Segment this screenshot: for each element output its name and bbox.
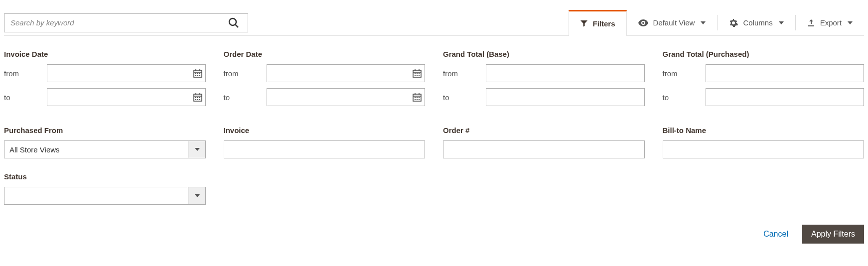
- bill-to-name-input[interactable]: [663, 140, 865, 158]
- cancel-button[interactable]: Cancel: [763, 230, 788, 239]
- default-view-label: Default View: [653, 18, 695, 27]
- export-icon: [807, 19, 815, 27]
- filter-purchased-from: Purchased From All Store Views: [4, 126, 206, 158]
- filter-title: Grand Total (Purchased): [663, 50, 865, 58]
- caret-down-icon: [195, 194, 200, 197]
- svg-rect-37: [415, 97, 416, 98]
- grand-total-purchased-to-input[interactable]: [706, 88, 865, 106]
- svg-rect-20: [195, 99, 196, 100]
- calendar-icon[interactable]: [193, 68, 203, 78]
- svg-rect-21: [197, 99, 198, 100]
- search-box: [4, 13, 248, 32]
- svg-rect-31: [417, 75, 418, 76]
- filter-title: Bill-to Name: [663, 126, 865, 134]
- svg-point-0: [229, 18, 236, 25]
- svg-rect-40: [415, 99, 416, 100]
- filter-actions: Cancel Apply Filters: [4, 225, 864, 244]
- to-label: to: [224, 93, 267, 102]
- order-date-to-input[interactable]: [267, 88, 426, 106]
- to-label: to: [4, 93, 47, 102]
- apply-filters-button[interactable]: Apply Filters: [802, 225, 864, 244]
- filter-order-number: Order #: [443, 126, 645, 158]
- caret-down-icon: [779, 21, 784, 24]
- grand-total-base-from-input[interactable]: [486, 64, 645, 82]
- grand-total-purchased-from-input[interactable]: [706, 64, 865, 82]
- funnel-icon: [580, 19, 588, 27]
- filter-invoice: Invoice: [224, 126, 426, 158]
- filter-status: Status: [4, 172, 206, 205]
- filter-title: Order Date: [224, 50, 426, 58]
- filter-bill-to-name: Bill-to Name: [663, 126, 865, 158]
- svg-rect-32: [419, 75, 420, 76]
- svg-rect-8: [197, 73, 198, 74]
- toolbar: Filters Default View Columns: [4, 10, 864, 36]
- svg-rect-41: [417, 99, 418, 100]
- svg-rect-39: [419, 97, 420, 98]
- to-label: to: [443, 93, 486, 102]
- filter-title: Grand Total (Base): [443, 50, 645, 58]
- filter-order-date: Order Date from to: [224, 50, 426, 112]
- svg-rect-30: [415, 75, 416, 76]
- svg-rect-29: [419, 73, 420, 74]
- svg-rect-19: [199, 97, 200, 98]
- filters-label: Filters: [593, 19, 615, 28]
- toolbar-actions: Filters Default View Columns: [569, 10, 865, 35]
- select-value: All Store Views: [4, 140, 188, 158]
- invoice-date-to-input[interactable]: [47, 88, 206, 106]
- invoice-input[interactable]: [224, 140, 426, 158]
- select-toggle[interactable]: [188, 187, 206, 205]
- svg-rect-17: [195, 97, 196, 98]
- svg-rect-9: [199, 73, 200, 74]
- select-value: [4, 187, 188, 205]
- order-number-input[interactable]: [443, 140, 645, 158]
- to-label: to: [663, 93, 706, 102]
- svg-rect-27: [415, 73, 416, 74]
- from-label: from: [443, 69, 486, 78]
- svg-rect-42: [419, 99, 420, 100]
- svg-rect-22: [199, 99, 200, 100]
- filter-title: Status: [4, 172, 206, 181]
- from-label: from: [224, 69, 267, 78]
- filter-title: Invoice: [224, 126, 426, 134]
- svg-rect-10: [195, 75, 196, 76]
- export-button[interactable]: Export: [796, 10, 864, 35]
- filters-panel: Invoice Date from to: [4, 36, 864, 244]
- svg-point-2: [642, 22, 644, 24]
- search-icon[interactable]: [228, 17, 248, 29]
- caret-down-icon: [195, 148, 200, 151]
- filter-grand-total-base: Grand Total (Base) from to: [443, 50, 645, 112]
- caret-down-icon: [701, 21, 706, 24]
- filter-title: Order #: [443, 126, 645, 134]
- invoice-date-from-input[interactable]: [47, 64, 206, 82]
- select-toggle[interactable]: [188, 140, 206, 158]
- export-label: Export: [820, 18, 842, 27]
- order-date-from-input[interactable]: [267, 64, 426, 82]
- from-label: from: [4, 69, 47, 78]
- purchased-from-select[interactable]: All Store Views: [4, 140, 206, 158]
- search-input[interactable]: [4, 14, 228, 32]
- caret-down-icon: [848, 21, 853, 24]
- svg-line-1: [235, 24, 238, 27]
- calendar-icon[interactable]: [412, 68, 422, 78]
- columns-label: Columns: [743, 18, 772, 27]
- svg-rect-38: [417, 97, 418, 98]
- calendar-icon[interactable]: [412, 92, 422, 102]
- calendar-icon[interactable]: [193, 92, 203, 102]
- filters-button[interactable]: Filters: [569, 10, 627, 36]
- filter-title: Purchased From: [4, 126, 206, 134]
- eye-icon: [638, 19, 648, 26]
- gear-icon: [729, 18, 738, 27]
- default-view-button[interactable]: Default View: [627, 10, 718, 35]
- grand-total-base-to-input[interactable]: [486, 88, 645, 106]
- svg-rect-28: [417, 73, 418, 74]
- status-select[interactable]: [4, 187, 206, 205]
- filter-grand-total-purchased: Grand Total (Purchased) from to: [663, 50, 865, 112]
- svg-rect-18: [197, 97, 198, 98]
- svg-rect-12: [199, 75, 200, 76]
- filter-title: Invoice Date: [4, 50, 206, 58]
- svg-rect-11: [197, 75, 198, 76]
- columns-button[interactable]: Columns: [718, 10, 795, 35]
- from-label: from: [663, 69, 706, 78]
- svg-rect-7: [195, 73, 196, 74]
- filter-invoice-date: Invoice Date from to: [4, 50, 206, 112]
